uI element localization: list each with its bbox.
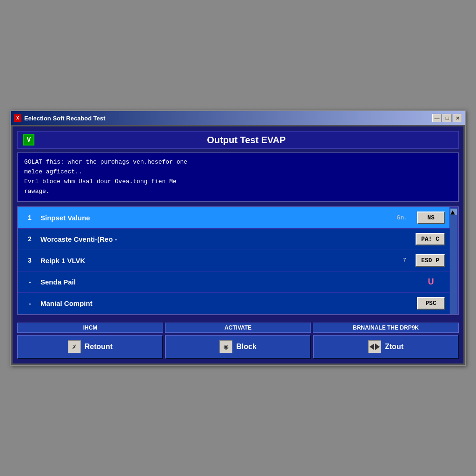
row-value-button[interactable]: PA! C	[416, 233, 445, 245]
row-label: Sinpset Valune	[37, 214, 397, 222]
row-label: Worcaste Cventi-(Reo -	[37, 235, 406, 243]
row-number: 3	[23, 257, 37, 264]
row-label: Reipk 1 VLVK	[37, 257, 403, 264]
row-value-text: U	[417, 277, 445, 287]
block-button[interactable]: ◉ Block	[165, 335, 311, 359]
app-icon: X	[14, 114, 21, 122]
table-rows: 1 Sinpset Valune Gn. NS 2 Worcaste Cvent…	[18, 207, 450, 314]
row-number: 1	[23, 214, 37, 221]
bottom-labels: IHCM ACTIVATE BRNAINALE THE DRP9K	[17, 323, 459, 333]
block-label: Block	[236, 343, 257, 351]
row-number: -	[23, 300, 37, 307]
row-label: Manial Compint	[37, 299, 408, 307]
table-row[interactable]: - Senda Pail U	[18, 271, 450, 293]
retount-icon: ✗	[68, 340, 81, 353]
desc-line4: rawage.	[24, 187, 452, 197]
row-number: 2	[23, 235, 37, 243]
row-sub: 7	[403, 257, 406, 264]
row-value-button[interactable]: NS	[417, 212, 445, 224]
ztout-icon	[368, 340, 381, 353]
row-label: Senda Pail	[37, 278, 408, 286]
bottom-section: IHCM ACTIVATE BRNAINALE THE DRP9K ✗ Reto…	[17, 320, 459, 359]
table-row[interactable]: - Manial Compint PSC	[18, 293, 450, 314]
retount-label: Retount	[85, 343, 112, 351]
bottom-label-2: ACTIVATE	[165, 323, 311, 333]
desc-line3: Evrl bloce whm Usal dour Ovea.tong fien …	[24, 177, 452, 187]
header-icon: V	[23, 134, 34, 145]
window-title: Eelection Soft Recabod Test	[24, 115, 106, 122]
ztout-button[interactable]: Ztout	[313, 335, 459, 359]
desc-line1: GOLAT fhis: wher the purohags ven.hesefo…	[24, 158, 452, 167]
scrollbar[interactable]: ▲	[450, 207, 458, 314]
row-value-button[interactable]: PSC	[417, 297, 445, 310]
header-title: Output Test EVAP	[40, 135, 453, 145]
ztout-label: Ztout	[385, 343, 403, 351]
table-row[interactable]: 3 Reipk 1 VLVK 7 ESD P	[18, 250, 450, 271]
row-number: -	[23, 278, 37, 285]
maximize-button[interactable]: □	[443, 114, 452, 122]
block-icon: ◉	[219, 340, 232, 353]
title-bar: X Eelection Soft Recabod Test — □ ✕	[11, 111, 465, 125]
bottom-label-3: BRNAINALE THE DRP9K	[313, 323, 459, 333]
description-box: GOLAT fhis: wher the purohags ven.hesefo…	[17, 152, 459, 201]
row-sub: Gn.	[397, 214, 408, 221]
test-table: 1 Sinpset Valune Gn. NS 2 Worcaste Cvent…	[17, 206, 459, 315]
header-bar: V Output Test EVAP	[17, 131, 459, 149]
nav-arrow-left-icon	[370, 344, 374, 350]
scroll-up[interactable]: ▲	[450, 209, 457, 215]
bottom-buttons: ✗ Retount ◉ Block Ztout	[17, 335, 459, 359]
table-row[interactable]: 1 Sinpset Valune Gn. NS	[18, 207, 450, 229]
row-value-button[interactable]: ESD P	[416, 254, 445, 267]
minimize-button[interactable]: —	[432, 114, 442, 122]
table-row[interactable]: 2 Worcaste Cventi-(Reo - PA! C	[18, 229, 450, 250]
title-bar-buttons: — □ ✕	[432, 114, 462, 122]
title-bar-left: X Eelection Soft Recabod Test	[14, 114, 106, 122]
bottom-label-1: IHCM	[17, 323, 163, 333]
window-body: V Output Test EVAP GOLAT fhis: wher the …	[11, 125, 465, 364]
nav-arrow-right-icon	[375, 344, 380, 350]
retount-button[interactable]: ✗ Retount	[17, 335, 163, 359]
main-window: X Eelection Soft Recabod Test — □ ✕ V Ou…	[10, 110, 466, 365]
close-button[interactable]: ✕	[453, 114, 462, 122]
desc-line2: melce agficect..	[24, 167, 452, 177]
